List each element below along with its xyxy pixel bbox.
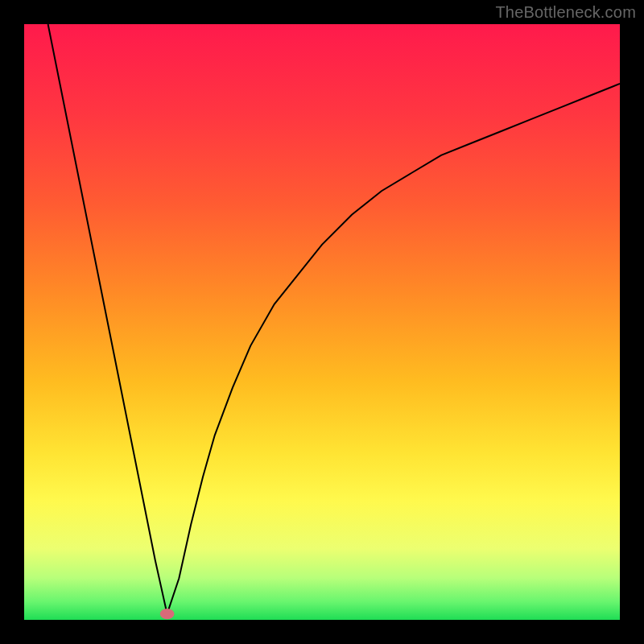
chart-background xyxy=(24,24,620,620)
watermark-text: TheBottleneck.com xyxy=(495,3,636,22)
chart-plot xyxy=(24,24,620,620)
chart-frame: TheBottleneck.com xyxy=(0,0,644,644)
chart-minimum-marker xyxy=(160,609,175,619)
